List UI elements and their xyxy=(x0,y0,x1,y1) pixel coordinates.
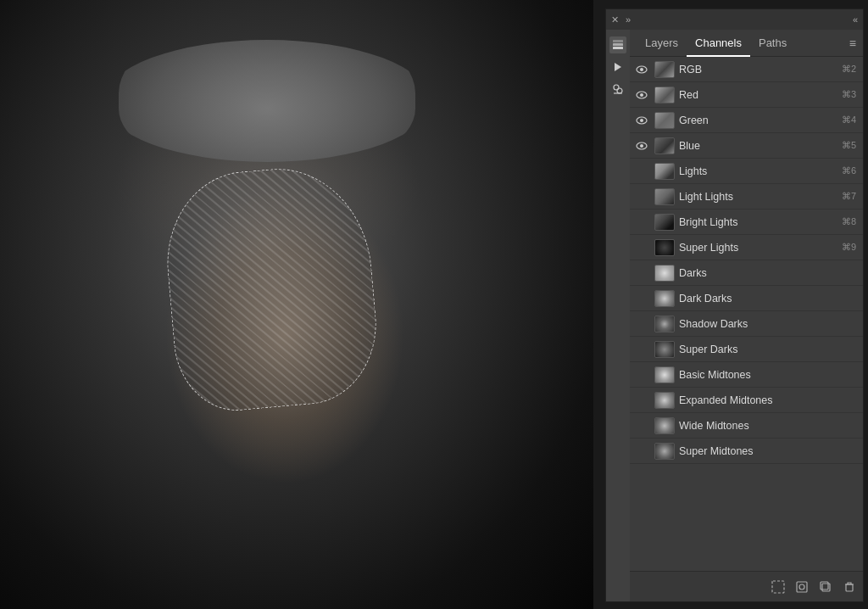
channel-thumbnail xyxy=(654,265,675,282)
eye-visibility-icon[interactable] xyxy=(633,142,650,150)
svg-point-10 xyxy=(640,93,643,97)
channel-row-super-darks[interactable]: Super Darks xyxy=(630,337,863,362)
panel-topbar: ✕ » « xyxy=(606,9,863,30)
channel-thumbnail xyxy=(654,61,675,78)
tab-channels[interactable]: Channels xyxy=(687,31,750,57)
svg-point-14 xyxy=(640,144,643,148)
channel-row-basic-midtones[interactable]: Basic Midtones xyxy=(630,362,863,388)
play-tool-icon[interactable] xyxy=(609,59,626,75)
channel-row-wide-midtones[interactable]: Wide Midtones xyxy=(630,413,863,439)
selection-icon[interactable] xyxy=(771,580,785,594)
svg-rect-0 xyxy=(613,47,623,49)
channel-row-expanded-midtones[interactable]: Expanded Midtones xyxy=(630,388,863,413)
channel-thumbnail xyxy=(654,239,675,256)
channel-row-red[interactable]: Red⌘3 xyxy=(630,82,863,108)
eye-visibility-icon[interactable] xyxy=(633,116,650,125)
svg-rect-19 xyxy=(821,582,828,589)
channel-thumbnail xyxy=(654,112,675,129)
double-arrow-icon[interactable]: » xyxy=(626,14,631,25)
channel-name-label: Expanded Midtones xyxy=(679,394,856,406)
svg-point-12 xyxy=(640,119,643,122)
channel-row-green[interactable]: Green⌘4 xyxy=(630,108,863,133)
collapse-icon[interactable]: « xyxy=(853,14,858,25)
svg-point-17 xyxy=(799,584,804,589)
channel-shortcut-label: ⌘5 xyxy=(842,140,860,151)
channel-name-label: Light Lights xyxy=(679,191,842,203)
channel-row-super-lights[interactable]: Super Lights⌘9 xyxy=(630,235,863,260)
photo-background xyxy=(0,0,593,609)
layers-tool-icon[interactable] xyxy=(609,36,626,53)
channel-shortcut-label: ⌘8 xyxy=(842,216,860,227)
channel-row-bright-lights[interactable]: Bright Lights⌘8 xyxy=(630,210,863,235)
svg-rect-1 xyxy=(613,43,623,46)
svg-rect-20 xyxy=(846,584,853,591)
channel-row-super-midtones[interactable]: Super Midtones xyxy=(630,439,863,464)
channels-panel: ✕ » « xyxy=(605,8,864,602)
svg-rect-16 xyxy=(797,582,807,592)
svg-marker-3 xyxy=(615,63,621,71)
channel-name-label: Lights xyxy=(679,165,842,177)
channel-thumbnail xyxy=(654,443,675,460)
channel-name-label: RGB xyxy=(679,64,842,75)
channel-name-label: Super Darks xyxy=(679,344,856,355)
panel-menu-button[interactable]: ≡ xyxy=(849,36,856,50)
svg-point-5 xyxy=(617,88,622,93)
channel-shortcut-label: ⌘2 xyxy=(842,64,860,75)
channel-thumbnail xyxy=(654,188,675,205)
channel-row-lights[interactable]: Lights⌘6 xyxy=(630,159,863,184)
channel-name-label: Bright Lights xyxy=(679,216,842,228)
channel-shortcut-label: ⌘6 xyxy=(842,165,860,176)
channel-row-darks[interactable]: Darks xyxy=(630,260,863,286)
channel-shortcut-label: ⌘9 xyxy=(842,242,860,253)
channel-name-label: Darks xyxy=(679,267,856,279)
channel-name-label: Wide Midtones xyxy=(679,420,856,432)
channel-row-dark-darks[interactable]: Dark Darks xyxy=(630,286,863,311)
channel-thumbnail xyxy=(654,341,675,358)
channel-thumbnail xyxy=(654,316,675,332)
panel-body: Layers Channels Paths ≡ RGB⌘2 Red⌘3 xyxy=(606,30,863,601)
eye-visibility-icon[interactable] xyxy=(633,65,650,74)
channel-name-label: Dark Darks xyxy=(679,293,856,304)
panel-footer xyxy=(630,571,863,601)
panel-expand-controls: « xyxy=(853,14,858,25)
panel-close-controls: ✕ » xyxy=(611,14,631,25)
eye-visibility-icon[interactable] xyxy=(633,91,650,99)
save-selection-icon[interactable] xyxy=(795,580,809,594)
channel-row-blue[interactable]: Blue⌘5 xyxy=(630,133,863,159)
channel-name-label: Blue xyxy=(679,140,842,152)
channel-name-label: Red xyxy=(679,89,842,101)
channel-thumbnail xyxy=(654,87,675,103)
channels-list: RGB⌘2 Red⌘3 Green⌘4 Blue⌘5Lights⌘6Light … xyxy=(630,57,863,571)
svg-rect-18 xyxy=(822,584,830,591)
channel-name-label: Super Lights xyxy=(679,242,842,254)
svg-rect-2 xyxy=(613,40,623,42)
delete-channel-icon[interactable] xyxy=(843,580,856,594)
channel-row-rgb[interactable]: RGB⌘2 xyxy=(630,57,863,82)
channel-row-shadow-darks[interactable]: Shadow Darks xyxy=(630,311,863,337)
channel-name-label: Basic Midtones xyxy=(679,369,856,381)
channel-thumbnail xyxy=(654,392,675,409)
svg-point-8 xyxy=(640,68,643,71)
channel-name-label: Green xyxy=(679,115,842,126)
channel-thumbnail xyxy=(654,163,675,180)
close-icon[interactable]: ✕ xyxy=(611,14,619,25)
channel-thumbnail xyxy=(654,290,675,307)
tool-strip xyxy=(606,30,630,601)
svg-rect-15 xyxy=(772,581,784,593)
channel-shortcut-label: ⌘7 xyxy=(842,191,860,202)
channel-shortcut-label: ⌘3 xyxy=(842,89,860,100)
channels-content: Layers Channels Paths ≡ RGB⌘2 Red⌘3 xyxy=(630,30,863,601)
channel-thumbnail xyxy=(654,366,675,383)
channel-shortcut-label: ⌘4 xyxy=(842,115,860,126)
channel-thumbnail xyxy=(654,417,675,434)
channel-name-label: Super Midtones xyxy=(679,445,856,457)
channel-name-label: Shadow Darks xyxy=(679,318,856,330)
channel-mask-tool-icon[interactable] xyxy=(609,81,626,98)
channel-thumbnail xyxy=(654,214,675,231)
duplicate-channel-icon[interactable] xyxy=(819,580,832,594)
channel-thumbnail xyxy=(654,137,675,154)
channel-row-light-lights[interactable]: Light Lights⌘7 xyxy=(630,184,863,210)
tab-bar: Layers Channels Paths ≡ xyxy=(630,30,863,57)
tab-layers[interactable]: Layers xyxy=(637,30,687,56)
tab-paths[interactable]: Paths xyxy=(750,30,795,56)
